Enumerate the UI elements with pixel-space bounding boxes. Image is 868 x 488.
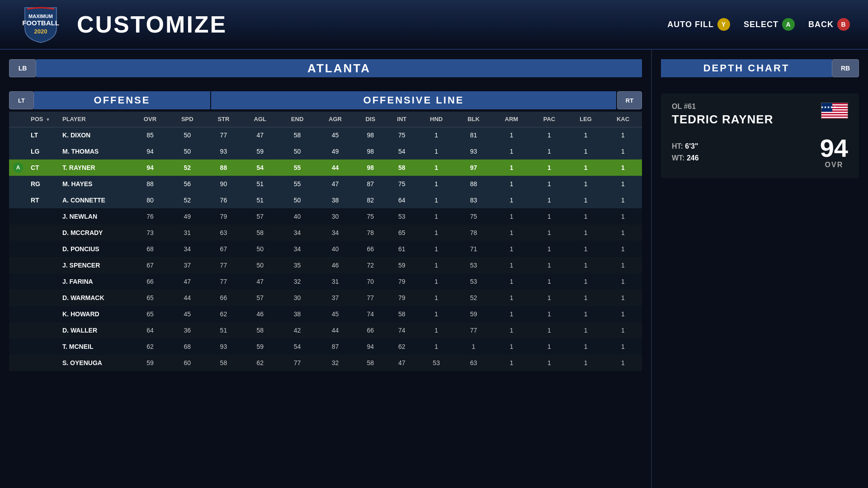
table-row[interactable]: J. SPENCER67377750354672591531111 [9, 257, 642, 273]
row-hnd: 1 [417, 306, 455, 322]
team-nav-left-button[interactable]: LB [9, 59, 36, 77]
row-pac: 1 [531, 127, 567, 143]
back-button[interactable]: BACK B [808, 18, 850, 31]
team-bar: LB ATLANTA [9, 56, 642, 80]
table-row[interactable]: T. MCNEIL6268935954879462111111 [9, 338, 642, 355]
row-blk: 1 [455, 338, 492, 355]
row-blk: 53 [455, 273, 492, 290]
select-button[interactable]: SELECT A [744, 18, 795, 31]
row-int: 75 [386, 176, 417, 192]
auto-fill-button[interactable]: AUTO FILL Y [667, 18, 730, 31]
table-row[interactable]: RGM. HAYES88569051554787751881111 [9, 176, 642, 192]
row-leg: 1 [567, 160, 604, 176]
row-dis: 87 [354, 176, 386, 192]
svg-text:MAXIMUM: MAXIMUM [28, 14, 53, 19]
ol-nav-right-button[interactable]: RT [617, 91, 642, 109]
row-int: 47 [386, 355, 417, 371]
row-agl: 59 [241, 338, 278, 355]
row-position [27, 338, 59, 355]
row-blk: 97 [455, 160, 492, 176]
depth-chart-bar: DEPTH CHART RB [661, 56, 859, 80]
table-row[interactable]: D. MCCRADY73316358343478651781111 [9, 225, 642, 241]
row-arm: 1 [492, 257, 531, 273]
team-name: ATLANTA [36, 59, 642, 77]
row-a-badge [9, 192, 27, 208]
row-pac: 1 [531, 160, 567, 176]
row-kac: 1 [604, 322, 642, 338]
row-agl: 51 [241, 176, 278, 192]
row-end: 58 [278, 127, 316, 143]
col-header-kac: KAC [604, 112, 642, 127]
row-int: 79 [386, 290, 417, 306]
row-dis: 72 [354, 257, 386, 273]
row-ovr: 85 [131, 127, 169, 143]
row-spd: 50 [169, 143, 206, 160]
table-row[interactable]: D. WALLER64365158424466741771111 [9, 322, 642, 338]
col-header-pac: PAC [531, 112, 567, 127]
row-dis: 78 [354, 225, 386, 241]
row-leg: 1 [567, 127, 604, 143]
row-leg: 1 [567, 257, 604, 273]
player-wt: WT: 246 [672, 154, 699, 162]
row-dis: 74 [354, 306, 386, 322]
row-hnd: 1 [417, 127, 455, 143]
table-section: LT OFFENSE OFFENSIVE LINE RT POS ▼ PLAYE… [9, 89, 642, 371]
row-leg: 1 [567, 290, 604, 306]
row-ovr: 66 [131, 273, 169, 290]
row-agl: 51 [241, 192, 278, 208]
table-row[interactable]: LTK. DIXON85507747584598751811111 [9, 127, 642, 143]
col-header-int: INT [386, 112, 417, 127]
row-player-name: D. WARMACK [59, 290, 131, 306]
table-row[interactable]: J. NEWLAN76497957403075531751111 [9, 208, 642, 225]
row-leg: 1 [567, 225, 604, 241]
row-agr: 45 [316, 306, 354, 322]
table-row[interactable]: LGM. THOMAS94509359504998541931111 [9, 143, 642, 160]
row-int: 61 [386, 241, 417, 257]
table-row[interactable]: J. FARINA66477747323170791531111 [9, 273, 642, 290]
logo-icon: MAXIMUM FOOTBALL 2020 [20, 5, 61, 44]
row-str: 77 [206, 127, 241, 143]
table-row[interactable]: K. HOWARD65456246384574581591111 [9, 306, 642, 322]
table-row[interactable]: S. OYENUGA596058627732584753631111 [9, 355, 642, 371]
row-agl: 46 [241, 306, 278, 322]
row-agr: 87 [316, 338, 354, 355]
row-end: 42 [278, 322, 316, 338]
row-leg: 1 [567, 143, 604, 160]
row-hnd: 1 [417, 176, 455, 192]
table-row[interactable]: D. WARMACK65446657303777791521111 [9, 290, 642, 306]
row-position [27, 322, 59, 338]
row-hnd: 1 [417, 257, 455, 273]
table-row[interactable]: RTA. CONNETTE80527651503882641831111 [9, 192, 642, 208]
row-player-name: T. MCNEIL [59, 338, 131, 355]
row-kac: 1 [604, 241, 642, 257]
header-controls: AUTO FILL Y SELECT A BACK B [667, 18, 850, 31]
row-hnd: 1 [417, 143, 455, 160]
us-flag-icon: ★★★★★★ [821, 103, 848, 119]
player-card: OL #61 TEDRIC RAYNER [661, 94, 859, 178]
ovr-label: OVR [825, 161, 844, 169]
row-spd: 44 [169, 290, 206, 306]
row-pac: 1 [531, 225, 567, 241]
left-panel: LB ATLANTA LT OFFENSE OFFENSIVE LINE RT … [0, 50, 651, 488]
table-row[interactable]: ACTT. RAYNER94528854554498581971111 [9, 160, 642, 176]
offense-nav-left-button[interactable]: LT [9, 91, 34, 109]
depth-chart-nav-right-button[interactable]: RB [832, 59, 859, 77]
row-spd: 47 [169, 273, 206, 290]
row-hnd: 53 [417, 355, 455, 371]
row-str: 51 [206, 322, 241, 338]
row-end: 54 [278, 338, 316, 355]
row-arm: 1 [492, 338, 531, 355]
row-int: 59 [386, 257, 417, 273]
row-arm: 1 [492, 290, 531, 306]
row-arm: 1 [492, 241, 531, 257]
table-row[interactable]: D. PONCIUS68346750344066611711111 [9, 241, 642, 257]
col-header-leg: LEG [567, 112, 604, 127]
row-hnd: 1 [417, 192, 455, 208]
row-kac: 1 [604, 160, 642, 176]
row-end: 38 [278, 306, 316, 322]
row-arm: 1 [492, 225, 531, 241]
row-position: RT [27, 192, 59, 208]
row-int: 58 [386, 306, 417, 322]
flag-svg: ★★★★★★ [821, 103, 848, 119]
row-end: 34 [278, 225, 316, 241]
